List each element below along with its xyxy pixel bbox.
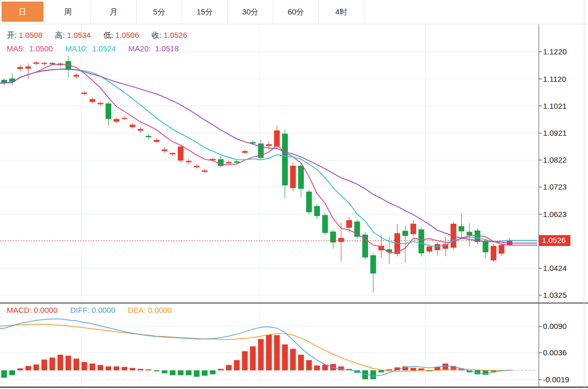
trading-chart-app: 日 周 月 5分 15分 30分 60分 4时 1.12201.11201.10…	[0, 0, 588, 389]
page-right-border	[584, 0, 584, 389]
tab-15min-label: 15分	[184, 2, 226, 22]
tab-15min[interactable]: 15分	[182, 0, 228, 24]
tab-30min[interactable]: 30分	[228, 0, 273, 24]
svg-text:1.0526: 1.0526	[542, 236, 566, 244]
svg-text:1.1220: 1.1220	[543, 47, 567, 56]
chart-canvas[interactable]: 1.12201.11201.10211.09211.08221.07231.06…	[0, 24, 588, 389]
svg-text:0.0090: 0.0090	[543, 322, 567, 330]
svg-text:1.1120: 1.1120	[543, 75, 566, 83]
tab-week-label: 周	[47, 2, 89, 22]
svg-text:1.0723: 1.0723	[543, 182, 567, 191]
tab-week[interactable]: 周	[46, 0, 91, 24]
tab-30min-label: 30分	[229, 2, 271, 22]
gridlines	[0, 24, 539, 387]
svg-text:1.0325: 1.0325	[543, 291, 567, 299]
tab-month[interactable]: 月	[91, 0, 137, 24]
tab-day-label: 日	[2, 2, 43, 22]
tab-60min-label: 60分	[275, 2, 317, 22]
svg-text:-0.0019: -0.0019	[543, 375, 569, 384]
tab-day[interactable]: 日	[0, 0, 46, 24]
tab-4hour-label: 4时	[320, 2, 362, 22]
period-tabbar: 日 周 月 5分 15分 30分 60分 4时	[0, 0, 588, 24]
current-price-badge: 1.0526	[539, 235, 570, 246]
macd-histogram	[2, 335, 513, 379]
tab-5min-label: 5分	[138, 2, 180, 22]
ma20-line	[0, 69, 537, 243]
candles	[2, 56, 513, 293]
tab-60min[interactable]: 60分	[273, 0, 319, 24]
tab-month-label: 月	[93, 2, 135, 22]
tab-5min[interactable]: 5分	[137, 0, 182, 24]
price-axis-labels: 1.12201.11201.10211.09211.08221.07231.06…	[539, 47, 567, 299]
svg-text:1.0822: 1.0822	[543, 155, 567, 164]
ma10-line	[0, 69, 537, 247]
tab-4hour[interactable]: 4时	[319, 0, 364, 24]
svg-text:0.0036: 0.0036	[543, 348, 567, 357]
svg-text:1.1021: 1.1021	[543, 102, 567, 110]
svg-text:1.0921: 1.0921	[543, 128, 567, 137]
macd-axis-labels: 0.00900.0036-0.0019	[539, 322, 569, 384]
svg-text:1.0623: 1.0623	[543, 210, 567, 219]
svg-text:1.0424: 1.0424	[543, 264, 567, 272]
